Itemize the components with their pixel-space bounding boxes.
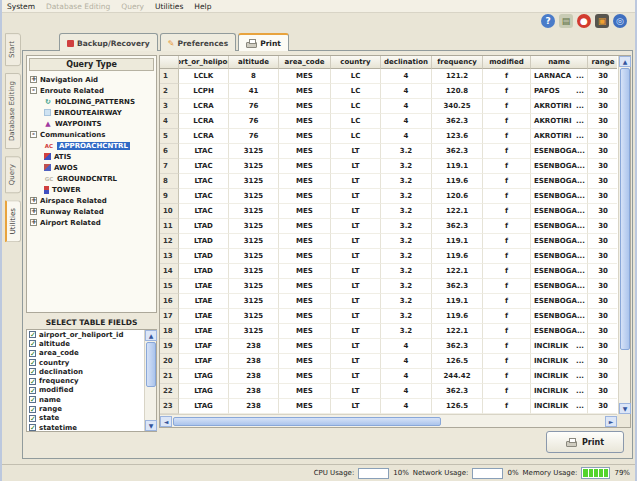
scrollbar-thumb[interactable] bbox=[146, 342, 156, 387]
stop-icon[interactable]: ● bbox=[577, 14, 591, 28]
tree-node-tower[interactable]: TOWER bbox=[27, 184, 156, 195]
table-row[interactable]: 18LTAE3125MESLT3.2122.1fESENBOGA...30 bbox=[160, 324, 617, 339]
collapse-icon[interactable]: - bbox=[30, 87, 37, 94]
checkbox-icon[interactable]: ✓ bbox=[29, 340, 36, 347]
preview-icon[interactable]: ▤ bbox=[559, 14, 573, 28]
tree-node-awos[interactable]: AWOS bbox=[27, 162, 156, 173]
table-vertical-scrollbar[interactable]: ▲ ▼ bbox=[618, 56, 630, 414]
tree-node-holding_patterns[interactable]: ↻HOLDING_PATTERNS bbox=[27, 96, 156, 107]
tree-node-navigation-aid[interactable]: +Navigation Aid bbox=[27, 74, 156, 85]
table-row[interactable]: 20LTAF238MESLT4126.5fINCIRLIK...30 bbox=[160, 354, 617, 369]
tree-node-approachcntrl[interactable]: ACAPPROACHCNTRL bbox=[27, 140, 156, 151]
tree-node-airport-related[interactable]: +Airport Related bbox=[27, 217, 156, 228]
table-row[interactable]: 3LCRA76MESLC4340.25fAKROTIRI...30 bbox=[160, 99, 617, 114]
field-item-range[interactable]: ✓range bbox=[27, 404, 144, 413]
column-header-country[interactable]: country bbox=[331, 56, 381, 69]
column-header-name[interactable]: name bbox=[531, 56, 588, 69]
tree-node-waypoints[interactable]: ▲WAYPOINTS bbox=[27, 118, 156, 129]
help-icon[interactable]: ? bbox=[541, 14, 555, 28]
field-item-altitude[interactable]: ✓altitude bbox=[27, 339, 144, 348]
checkbox-icon[interactable]: ✓ bbox=[29, 378, 36, 385]
table-row[interactable]: 5LCRA76MESLC4123.6fAKROTIRI...30 bbox=[160, 129, 617, 144]
column-header-ort_or_helipor[interactable]: ort_or_helipor bbox=[179, 56, 229, 69]
table-row[interactable]: 15LTAE3125MESLT3.2362.3fESENBOGA...30 bbox=[160, 279, 617, 294]
table-row[interactable]: 10LTAC3125MESLT3.2122.1fESENBOGA...30 bbox=[160, 204, 617, 219]
expand-icon[interactable]: + bbox=[30, 219, 37, 226]
column-header-frequency[interactable]: frequency bbox=[432, 56, 483, 69]
menu-system[interactable]: System bbox=[7, 2, 35, 11]
field-item-area_code[interactable]: ✓area_code bbox=[27, 349, 144, 358]
table-row[interactable]: 9LTAC3125MESLT3.2120.6fESENBOGA...30 bbox=[160, 189, 617, 204]
tree-node-atis[interactable]: ATIS bbox=[27, 151, 156, 162]
sidebar-tab-utilities[interactable]: Utilities bbox=[5, 200, 21, 242]
table-row[interactable]: 7LTAC3125MESLT3.2119.1fESENBOGA...30 bbox=[160, 159, 617, 174]
tree-node-enroute-related[interactable]: -Enroute Related bbox=[27, 85, 156, 96]
sidebar-tab-start[interactable]: Start bbox=[5, 33, 21, 66]
scrollbar-thumb[interactable] bbox=[620, 68, 630, 350]
tab-print[interactable]: Print bbox=[238, 33, 289, 51]
table-row[interactable]: 19LTAF238MESLT4362.3fINCIRLIK...30 bbox=[160, 339, 617, 354]
checkbox-icon[interactable]: ✓ bbox=[29, 350, 36, 357]
scroll-up-icon[interactable]: ▲ bbox=[145, 330, 157, 341]
tree-node-enrouteairway[interactable]: ENROUTEAIRWAY bbox=[27, 107, 156, 118]
field-item-statetime[interactable]: ✓statetime bbox=[27, 423, 144, 431]
tree-node-airspace-related[interactable]: +Airspace Related bbox=[27, 195, 156, 206]
field-item-modified[interactable]: ✓modified bbox=[27, 386, 144, 395]
column-header-altitude[interactable]: altitude bbox=[229, 56, 279, 69]
field-item-declination[interactable]: ✓declination bbox=[27, 367, 144, 376]
tab-backup-recovery[interactable]: Backup/Recovery bbox=[59, 33, 158, 51]
column-header-range[interactable]: range bbox=[588, 56, 617, 69]
table-row[interactable]: 4LCRA76MESLC4362.3fAKROTIRI...30 bbox=[160, 114, 617, 129]
checkbox-icon[interactable]: ✓ bbox=[29, 331, 36, 338]
expand-icon[interactable]: + bbox=[30, 197, 37, 204]
field-item-name[interactable]: ✓name bbox=[27, 395, 144, 404]
scroll-right-icon[interactable]: ► bbox=[605, 416, 617, 427]
globe-icon[interactable]: ◎ bbox=[613, 14, 627, 28]
field-item-country[interactable]: ✓country bbox=[27, 358, 144, 367]
table-row[interactable]: 17LTAE3125MESLT3.2119.6fESENBOGA...30 bbox=[160, 309, 617, 324]
field-item-airport_or_heliport_id[interactable]: ✓airport_or_heliport_id bbox=[27, 330, 144, 339]
table-row[interactable]: 16LTAE3125MESLT3.2119.1fESENBOGA...30 bbox=[160, 294, 617, 309]
table-row[interactable]: 11LTAD3125MESLT3.2362.3fESENBOGA...30 bbox=[160, 219, 617, 234]
field-item-frequency[interactable]: ✓frequency bbox=[27, 376, 144, 385]
print-button[interactable]: Print bbox=[546, 431, 624, 453]
tree-node-communications[interactable]: -Communications bbox=[27, 129, 156, 140]
checkbox-icon[interactable]: ✓ bbox=[29, 368, 36, 375]
table-row[interactable]: 21LTAG238MESLT4244.42fINCIRLIK...30 bbox=[160, 369, 617, 384]
table-horizontal-scrollbar[interactable]: ◄ ► bbox=[160, 414, 617, 427]
scroll-up-icon[interactable]: ▲ bbox=[619, 56, 631, 67]
tree-node-runway-related[interactable]: +Runway Related bbox=[27, 206, 156, 217]
menu-help[interactable]: Help bbox=[194, 2, 211, 11]
scroll-down-icon[interactable]: ▼ bbox=[145, 420, 157, 431]
checkbox-icon[interactable]: ✓ bbox=[29, 424, 36, 431]
table-row[interactable]: 13LTAD3125MESLT3.2119.6fESENBOGA...30 bbox=[160, 249, 617, 264]
column-header-area_code[interactable]: area_code bbox=[279, 56, 331, 69]
menu-utilities[interactable]: Utilities bbox=[155, 2, 183, 11]
table-row[interactable]: 22LTAG238MESLT4362.3fINCIRLIK...30 bbox=[160, 384, 617, 399]
tab-preferences[interactable]: ✎Preferences bbox=[160, 33, 236, 51]
table-row[interactable]: 23LTAG238MESLT4126.5fINCIRLIK...30 bbox=[160, 399, 617, 414]
tree-node-groundcntrl[interactable]: GCGROUNDCNTRL bbox=[27, 173, 156, 184]
table-row[interactable]: 14LTAD3125MESLT3.2122.1fESENBOGA...30 bbox=[160, 264, 617, 279]
checkbox-icon[interactable]: ✓ bbox=[29, 415, 36, 422]
table-row[interactable]: 1LCLK8MESLC4121.2fLARNACA...30 bbox=[160, 69, 617, 84]
fields-scrollbar[interactable]: ▲ ▼ bbox=[144, 330, 156, 431]
sidebar-tab-query[interactable]: Query bbox=[5, 156, 21, 193]
table-row[interactable]: 8LTAC3125MESLT3.2119.6fESENBOGA...30 bbox=[160, 174, 617, 189]
table-row[interactable]: 12LTAD3125MESLT3.2119.1fESENBOGA...30 bbox=[160, 234, 617, 249]
printer-icon[interactable]: ▣ bbox=[595, 14, 609, 28]
checkbox-icon[interactable]: ✓ bbox=[29, 359, 36, 366]
scrollbar-thumb[interactable] bbox=[173, 417, 441, 426]
checkbox-icon[interactable]: ✓ bbox=[29, 396, 36, 403]
sidebar-tab-database-editing[interactable]: Database Editing bbox=[5, 73, 21, 149]
column-header-declination[interactable]: declination bbox=[381, 56, 432, 69]
expand-icon[interactable]: + bbox=[30, 208, 37, 215]
scroll-left-icon[interactable]: ◄ bbox=[160, 416, 172, 427]
table-row[interactable]: 2LCPH41MESLC4120.8fPAFOS...30 bbox=[160, 84, 617, 99]
field-item-state[interactable]: ✓state bbox=[27, 414, 144, 423]
scroll-down-icon[interactable]: ▼ bbox=[619, 403, 631, 414]
column-header-modified[interactable]: modified bbox=[483, 56, 531, 69]
table-row[interactable]: 6LTAC3125MESLT3.2362.3fESENBOGA...30 bbox=[160, 144, 617, 159]
checkbox-icon[interactable]: ✓ bbox=[29, 387, 36, 394]
checkbox-icon[interactable]: ✓ bbox=[29, 406, 36, 413]
